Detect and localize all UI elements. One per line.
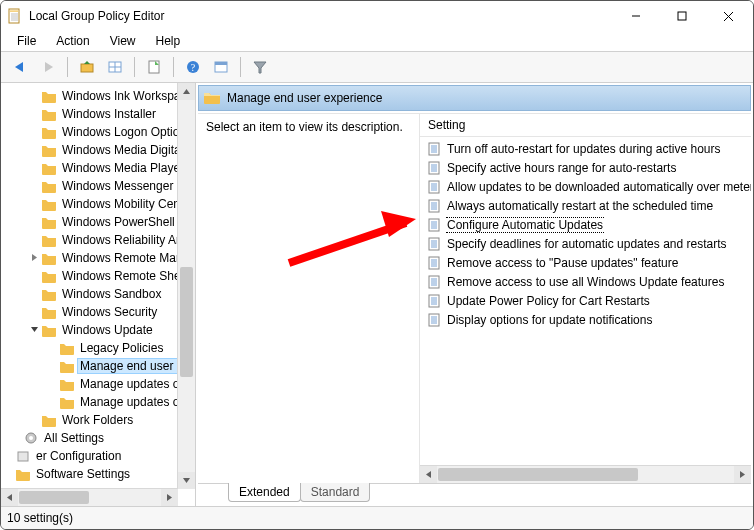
tree-item[interactable]: Windows Logon Options [1, 123, 195, 141]
svg-marker-25 [31, 327, 38, 332]
chevron-right-icon[interactable] [27, 253, 41, 264]
svg-point-27 [29, 436, 33, 440]
setting-label: Update Power Policy for Cart Restarts [446, 294, 651, 308]
folder-icon [59, 377, 75, 391]
scroll-right-icon[interactable] [161, 489, 178, 506]
description-panel: Select an item to view its description. [198, 114, 420, 483]
setting-row[interactable]: Specify deadlines for automatic updates … [420, 234, 751, 253]
tree-item[interactable]: Windows PowerShell [1, 213, 195, 231]
tree-item[interactable]: Legacy Policies [1, 339, 195, 357]
tree-item[interactable]: Work Folders [1, 411, 195, 429]
menu-view[interactable]: View [102, 32, 144, 50]
help-icon[interactable]: ? [180, 54, 206, 80]
setting-row[interactable]: Configure Automatic Updates [420, 215, 751, 234]
folder-icon [41, 161, 57, 175]
window-title: Local Group Policy Editor [29, 9, 613, 23]
setting-row[interactable]: Turn off auto-restart for updates during… [420, 139, 751, 158]
tab-extended[interactable]: Extended [228, 483, 301, 502]
tree-item[interactable]: Windows Reliability Analysis [1, 231, 195, 249]
setting-row[interactable]: Display options for update notifications [420, 310, 751, 329]
tree-item[interactable]: Windows Mobility Center [1, 195, 195, 213]
filter-icon[interactable] [247, 54, 273, 80]
setting-label: Allow updates to be downloaded automatic… [446, 180, 751, 194]
tree-item[interactable]: Windows Sandbox [1, 285, 195, 303]
svg-rect-78 [429, 314, 439, 326]
show-tree-icon[interactable] [102, 54, 128, 80]
tab-standard[interactable]: Standard [300, 483, 371, 502]
setting-row[interactable]: Specify active hours range for auto-rest… [420, 158, 751, 177]
title-bar: Local Group Policy Editor [1, 1, 753, 31]
svg-rect-22 [215, 62, 227, 65]
tree-item[interactable]: Software Settings [1, 465, 195, 483]
properties-icon[interactable] [208, 54, 234, 80]
scroll-right-icon[interactable] [734, 466, 751, 483]
folder-icon [15, 467, 31, 481]
back-icon[interactable] [7, 54, 33, 80]
scroll-down-icon[interactable] [178, 472, 195, 489]
maximize-button[interactable] [659, 1, 705, 31]
folder-icon [41, 143, 57, 157]
tree-item[interactable]: Windows Media Player [1, 159, 195, 177]
tree-item[interactable]: Windows Remote Shell [1, 267, 195, 285]
tree-item[interactable]: Manage updates offered from Windows Serv… [1, 393, 195, 411]
tree-item-label: Windows Media Digital Rights Management [60, 143, 195, 157]
folder-icon [41, 305, 57, 319]
scroll-left-icon[interactable] [420, 466, 437, 483]
folder-icon [41, 197, 57, 211]
tree-item-label: Windows Reliability Analysis [60, 233, 195, 247]
tree-item[interactable]: Windows Media Digital Rights Management [1, 141, 195, 159]
export-icon[interactable] [141, 54, 167, 80]
list-header-setting[interactable]: Setting [420, 114, 751, 137]
list-scrollbar-horizontal[interactable] [420, 465, 751, 483]
setting-row[interactable]: Remove access to use all Windows Update … [420, 272, 751, 291]
tree-item-label: Windows Sandbox [60, 287, 163, 301]
up-folder-icon[interactable] [74, 54, 100, 80]
scroll-left-icon[interactable] [1, 489, 18, 506]
tree-item[interactable]: Windows Remote Management (WinRM) [1, 249, 195, 267]
policy-icon [426, 142, 442, 156]
svg-marker-84 [740, 471, 745, 478]
tree-item[interactable]: Windows Ink Workspace [1, 87, 195, 105]
menu-file[interactable]: File [9, 32, 44, 50]
tree-item[interactable]: Manage updates offered from Windows Upda… [1, 375, 195, 393]
tree-item-label: All Settings [42, 431, 106, 445]
scroll-thumb[interactable] [438, 468, 638, 481]
status-bar: 10 setting(s) [1, 506, 753, 529]
tree-scrollbar-horizontal[interactable] [1, 488, 178, 506]
folder-icon [41, 287, 57, 301]
setting-label: Specify active hours range for auto-rest… [446, 161, 677, 175]
setting-row[interactable]: Allow updates to be downloaded automatic… [420, 177, 751, 196]
folder-icon [203, 90, 221, 107]
folder-icon [41, 125, 57, 139]
tree-item[interactable]: er Configuration [1, 447, 195, 465]
tree-scrollbar-vertical[interactable] [177, 83, 195, 489]
setting-label: Remove access to "Pause updates" feature [446, 256, 679, 270]
menu-action[interactable]: Action [48, 32, 97, 50]
folder-icon [41, 323, 57, 337]
minimize-button[interactable] [613, 1, 659, 31]
forward-icon[interactable] [35, 54, 61, 80]
status-text: 10 setting(s) [7, 511, 73, 525]
scroll-thumb[interactable] [180, 267, 193, 377]
policy-icon [426, 180, 442, 194]
setting-row[interactable]: Always automatically restart at the sche… [420, 196, 751, 215]
setting-row[interactable]: Update Power Policy for Cart Restarts [420, 291, 751, 310]
tree-item[interactable]: Windows Installer [1, 105, 195, 123]
tree-item[interactable]: All Settings [1, 429, 195, 447]
tree-item-label: Windows Remote Shell [60, 269, 188, 283]
tree-item-label: Windows Media Player [60, 161, 186, 175]
tree-item-label: Windows Messenger [60, 179, 175, 193]
close-button[interactable] [705, 1, 751, 31]
tree-item[interactable]: Windows Security [1, 303, 195, 321]
tree-item[interactable]: Windows Update [1, 321, 195, 339]
setting-row[interactable]: Remove access to "Pause updates" feature [420, 253, 751, 272]
tree-item[interactable]: Manage end user experience [1, 357, 195, 375]
chevron-down-icon[interactable] [27, 325, 41, 336]
menu-help[interactable]: Help [148, 32, 189, 50]
svg-rect-38 [429, 162, 439, 174]
setting-label: Turn off auto-restart for updates during… [446, 142, 721, 156]
scroll-up-icon[interactable] [178, 83, 195, 100]
tree-item[interactable]: Windows Messenger [1, 177, 195, 195]
svg-marker-23 [254, 62, 266, 73]
scroll-thumb[interactable] [19, 491, 89, 504]
